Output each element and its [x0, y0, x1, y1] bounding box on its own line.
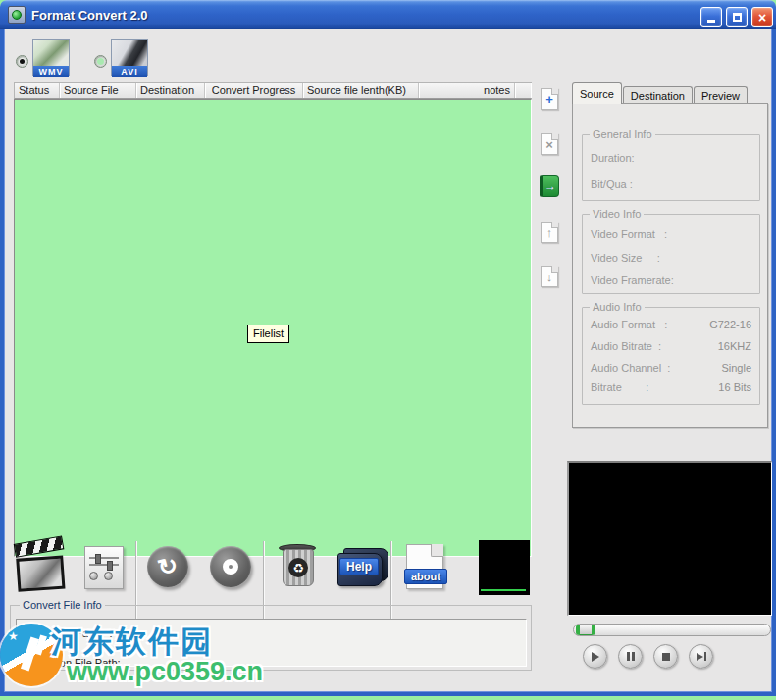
pause-icon [627, 652, 635, 661]
tab-preview[interactable]: Preview [694, 86, 748, 104]
column-notes[interactable]: notes [419, 83, 515, 98]
close-icon: × [758, 11, 766, 25]
next-button[interactable] [689, 644, 713, 669]
audio-info-title: Audio Info [590, 301, 645, 313]
app-window: Format Convert 2.0 × WMV AVI Status Sour… [0, 0, 776, 696]
avi-label: AVI [112, 66, 147, 77]
add-file-button[interactable]: + [538, 86, 561, 112]
recycle-icon: ♻ [288, 558, 308, 577]
audio-channel-value: Single [721, 362, 751, 374]
bitqua-label: Bit/Qua : [591, 178, 633, 190]
general-info-group: General Info Duration: Bit/Qua : [582, 134, 760, 201]
help-badge: Help [339, 558, 379, 575]
video-framerate-label: Video Framerate: [591, 275, 674, 286]
video-info-title: Video Info [590, 208, 644, 220]
preview-thumbnail[interactable] [479, 540, 530, 595]
column-source-file[interactable]: Source File [60, 83, 136, 98]
source-file-path-label: Source File Path : [18, 627, 113, 639]
app-icon [8, 6, 26, 24]
filelist-tooltip: Filelist [247, 325, 289, 343]
bitrate-label: Bitrate : [591, 381, 648, 393]
audio-info-group: Audio Info Audio Format : G722-16 Audio … [582, 307, 760, 405]
refresh-icon: ↻ [155, 553, 181, 580]
slider-lines-icon [89, 557, 119, 559]
wmv-format-icon[interactable]: WMV [32, 39, 70, 76]
remove-file-button[interactable]: × [538, 131, 561, 157]
task-settings-button[interactable] [84, 546, 124, 589]
audio-format-label: Audio Format : [591, 319, 667, 330]
seek-handle[interactable] [576, 625, 595, 635]
movie-clapper-button[interactable] [15, 540, 70, 596]
column-status[interactable]: Status [15, 83, 60, 98]
stop-button[interactable] [653, 644, 678, 669]
radio-format-wmv[interactable] [16, 55, 28, 68]
about-badge: about [404, 569, 447, 584]
column-source-file-length[interactable]: Source file lenth(KB) [303, 83, 419, 98]
audio-bitrate-value: 16KHZ [718, 340, 751, 352]
column-spacer [515, 83, 531, 98]
clear-list-button[interactable]: ♻ [279, 544, 318, 591]
radio-format-avi[interactable] [94, 55, 107, 68]
next-icon [697, 652, 706, 661]
close-button[interactable]: × [751, 7, 773, 27]
move-up-button[interactable]: ↑ [538, 220, 561, 245]
convert-icon: → [540, 175, 559, 197]
duration-label: Duration: [591, 152, 635, 164]
pause-button[interactable] [618, 644, 643, 669]
about-button[interactable]: about [406, 544, 443, 589]
play-icon [592, 652, 599, 662]
video-size-label: Video Size : [591, 252, 660, 264]
help-button[interactable]: Help [336, 548, 390, 589]
move-up-icon: ↑ [541, 222, 558, 243]
remove-file-icon: × [541, 133, 558, 155]
audio-channel-label: Audio Channel : [591, 362, 670, 374]
wmv-label: WMV [33, 66, 69, 77]
destination-file-path-label: Destination File Path: [18, 657, 121, 669]
move-down-icon: ↓ [541, 266, 558, 287]
general-info-title: General Info [590, 128, 655, 140]
start-convert-button[interactable]: ↻ [147, 546, 188, 587]
window-title: Format Convert 2.0 [31, 8, 147, 23]
column-destination[interactable]: Destination [136, 83, 205, 98]
stop-convert-button[interactable] [210, 546, 251, 587]
avi-format-icon[interactable]: AVI [111, 39, 148, 76]
stop-icon [662, 653, 670, 661]
convert-file-button[interactable]: → [538, 174, 561, 199]
minimize-icon [707, 20, 715, 23]
play-button[interactable] [583, 644, 607, 669]
audio-format-value: G722-16 [709, 319, 751, 330]
avi-thumbnail [112, 40, 147, 66]
level-meter [481, 589, 526, 591]
tab-destination[interactable]: Destination [623, 86, 693, 104]
maximize-icon [733, 13, 742, 22]
move-down-button[interactable]: ↓ [538, 264, 561, 289]
tab-source[interactable]: Source [572, 82, 622, 104]
titlebar[interactable]: Format Convert 2.0 × [0, 0, 776, 29]
column-convert-progress[interactable]: Convert Progress [205, 83, 303, 98]
seek-bar[interactable] [573, 624, 771, 636]
info-tabs: Source Destination Preview [572, 82, 749, 104]
window-body: WMV AVI Status Source File Destination C… [0, 29, 776, 696]
wmv-thumbnail [33, 40, 69, 66]
filelist-header: Status Source File Destination Convert P… [14, 82, 532, 99]
source-tab-panel: General Info Duration: Bit/Qua : Video I… [572, 103, 768, 428]
minimize-button[interactable] [700, 7, 722, 27]
convert-file-info-title: Convert File Info [20, 599, 105, 611]
video-format-label: Video Format : [591, 228, 667, 240]
add-file-icon: + [541, 88, 558, 110]
record-circle-icon [223, 559, 238, 575]
maximize-button[interactable] [726, 7, 748, 27]
audio-bitrate-label: Audio Bitrate : [591, 340, 661, 352]
video-preview-screen [567, 461, 772, 616]
bitrate-value: 16 Bits [718, 381, 751, 393]
video-info-group: Video Info Video Format : Video Size : V… [582, 214, 760, 294]
